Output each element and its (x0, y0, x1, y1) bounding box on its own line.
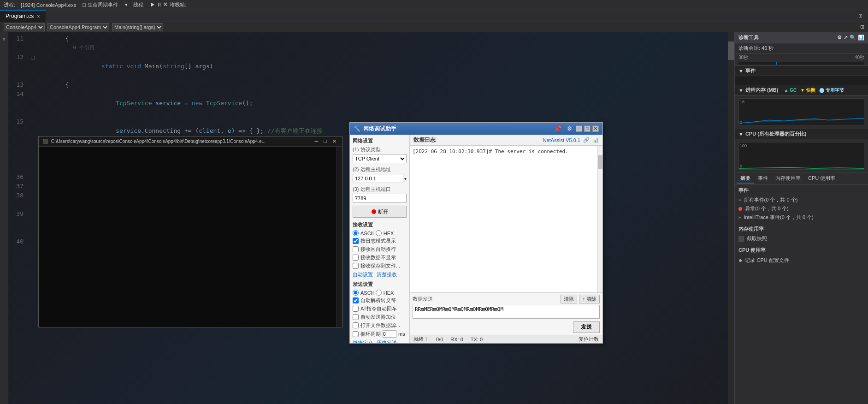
memory-chart-section: 18 0 (735, 95, 868, 129)
na-log-mode-check[interactable] (353, 238, 359, 244)
na-history-link[interactable]: 历史发送 (377, 339, 397, 343)
memory-max-label: 18 (740, 100, 744, 104)
netassist-win-buttons: 📌 ⚙ ─ □ ✕ (553, 125, 599, 132)
namespace-select[interactable]: ConsoleApp4 (4, 23, 45, 31)
na-send-ascii-label: ASCII (360, 290, 374, 296)
na-protocol-select[interactable]: TCP Client (353, 154, 407, 163)
na-clear-recv-link[interactable]: 清楚接收 (377, 271, 397, 278)
event-intellitrace-label: IntelliTrace 事件(0 个，共 0 个) (744, 214, 814, 221)
diagnostics-panel: 诊断工具 ⚙ ↗ 🔍 📊 诊断会话: 46 秒 30秒 40秒 ▼ 事件 (734, 32, 868, 404)
na-close-btn[interactable]: ✕ (592, 125, 599, 132)
na-recv-hex-radio[interactable] (376, 230, 382, 236)
mem-summary-section: 内存使用率 截取快照 (735, 224, 868, 245)
na-send-hex-label: HEX (384, 290, 394, 296)
na-rx-label: RX: 0 (450, 337, 463, 342)
diag-tab-cpu[interactable]: CPU 使用率 (804, 174, 839, 184)
diag-settings-icon[interactable]: ⚙ (837, 35, 842, 41)
gc-label: ▲ GC (784, 88, 797, 93)
console-minimize-btn[interactable]: ─ (313, 138, 320, 144)
na-brand-link[interactable]: NetAssist V5.0.1 (543, 137, 580, 143)
diag-nav-icon[interactable]: ↗ (844, 35, 848, 41)
diag-tab-memory[interactable]: 内存使用率 (772, 174, 804, 184)
na-save-recv-row: 接收保存到文件... (353, 262, 407, 269)
memory-section-header[interactable]: ▼ 进程内存 (MB) ▲ GC ▼ 快照 ⬤ 专用字节 (735, 85, 868, 95)
na-connect-btn[interactable]: 断开 (353, 206, 407, 218)
scrollbar-thumb[interactable] (728, 42, 734, 60)
record-cpu-item: ● 记录 CPU 配置文件 (738, 255, 864, 265)
class-select[interactable]: ConsoleApp4.Program (47, 23, 109, 31)
events-section-header[interactable]: ▼ 事件 (735, 66, 868, 76)
console-restore-btn[interactable]: □ (322, 138, 329, 144)
cpu-chart: 100 0 (738, 142, 864, 170)
na-set-link[interactable]: 继捷定义 (353, 339, 373, 343)
na-scroll-thumb[interactable] (598, 155, 602, 169)
diag-header: 诊断工具 ⚙ ↗ 🔍 📊 (735, 32, 868, 43)
expand-icon[interactable]: ⊞ (860, 24, 864, 30)
na-send-hex-radio[interactable] (376, 290, 382, 296)
memory-usage-title: 内存使用率 (738, 226, 864, 232)
console-win-buttons: ─ □ ✕ (313, 138, 338, 144)
na-at-enter-check[interactable] (353, 306, 359, 312)
na-send-ascii-radio[interactable] (353, 290, 359, 296)
na-brand-icon1[interactable]: 🔗 (583, 137, 590, 143)
na-loop-check[interactable] (353, 331, 359, 337)
na-brand-icon2[interactable]: 📊 (592, 137, 599, 143)
diag-title: 诊断工具 (738, 34, 759, 41)
na-loop-label: 循环周期 (360, 331, 381, 338)
timeline-labels: 30秒 40秒 (738, 54, 864, 61)
scroll-nav-icon[interactable]: ⊞ (858, 13, 862, 19)
na-host-input[interactable] (353, 174, 403, 183)
na-auto-scroll-check[interactable] (353, 246, 359, 252)
na-recv-ascii-radio[interactable] (353, 230, 359, 236)
tab-label: Program.cs (6, 13, 34, 19)
vertical-scrollbar[interactable] (728, 32, 734, 404)
close-icon[interactable]: ✕ (36, 14, 40, 19)
na-port-input[interactable] (353, 194, 407, 203)
code-line-ref1: 0 个引用 (8, 43, 734, 53)
na-no-display-check[interactable] (353, 255, 359, 261)
exception-icon (738, 207, 742, 211)
console-scrollbar[interactable] (337, 147, 342, 327)
na-reset-btn[interactable]: 复位计数 (579, 336, 599, 343)
na-auto-add-check[interactable] (353, 314, 359, 320)
na-icon-btn2[interactable]: ⚙ (565, 125, 574, 132)
diag-tab-events[interactable]: 事件 (754, 174, 772, 184)
timeline-track (738, 62, 864, 65)
cpu-section-header[interactable]: ▼ CPU (所有处理器的百分比) (735, 129, 868, 139)
diag-search-icon[interactable]: 🔍 (850, 35, 856, 41)
timeline-bar: 30秒 40秒 (735, 53, 868, 66)
tab-program-cs[interactable]: Program.cs ✕ (0, 10, 46, 22)
na-settings-panel: 网络设置 (1) 协议类型 TCP Client (2) 远程主机地址 ▾ (3… (350, 135, 410, 343)
timeline-cursor (776, 62, 777, 65)
na-at-enter-label: AT指令自动回车 (360, 305, 397, 312)
na-save-recv-check[interactable] (353, 263, 359, 269)
na-auto-config-link[interactable]: 自动设置 (353, 271, 373, 278)
na-loop-ms-input[interactable] (383, 330, 396, 338)
na-auto-escape-check[interactable] (353, 297, 359, 303)
na-at-enter-row: AT指令自动回车 (353, 305, 407, 312)
event-intellitrace: » IntelliTrace 事件(0 个，共 0 个) (738, 213, 864, 222)
memory-label: 进程内存 (MB) (745, 87, 779, 94)
cpu-usage-title: CPU 使用率 (738, 247, 864, 254)
na-minimize-btn[interactable]: ─ (576, 125, 582, 132)
na-clear-btn[interactable]: 清除 (561, 295, 577, 303)
diag-tab-summary[interactable]: 摘要 (737, 174, 754, 184)
na-open-file-check[interactable] (353, 322, 359, 328)
na-no-display-row: 接收数据不显示 (353, 254, 407, 261)
memory-min-label: 0 (740, 120, 742, 125)
cpu-chevron-icon: ▼ (738, 131, 744, 137)
na-host-dropdown[interactable]: ▾ (404, 176, 407, 181)
na-log-scrollbar[interactable] (597, 146, 602, 292)
console-close-btn[interactable]: ✕ (331, 138, 338, 144)
na-clear-btn2[interactable]: ↑ 清除 (579, 295, 600, 303)
method-select[interactable]: Main(string[] args) (112, 23, 163, 31)
timeline-label2: 40秒 (855, 54, 864, 61)
na-send-textarea[interactable]: RR▨MER▨QMR▨QMR▨QMR▨QMR▨QMR▨QM (413, 305, 600, 319)
na-send-btn[interactable]: 发送 (573, 321, 600, 333)
diag-chart-icon[interactable]: 📊 (858, 35, 864, 41)
na-status-bar: 就绪！ 0/0 RX: 0 TX: 0 复位计数 (410, 335, 602, 343)
process-value: [1924] ConsoleApp4.exe (21, 2, 76, 8)
na-restore-btn[interactable]: □ (584, 125, 590, 132)
na-icon-btn1[interactable]: 📌 (553, 125, 563, 132)
cpu-max-label: 100 (740, 143, 747, 148)
